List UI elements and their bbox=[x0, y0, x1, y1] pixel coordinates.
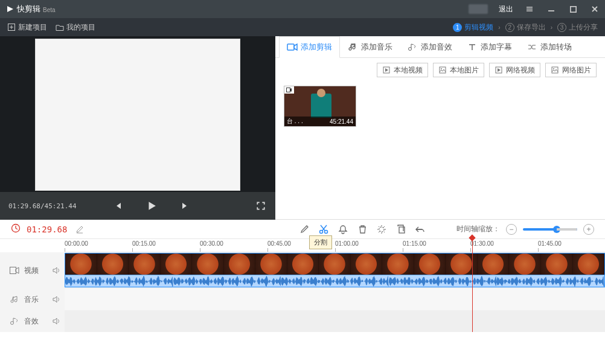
prev-icon[interactable] bbox=[112, 202, 124, 210]
image-icon bbox=[551, 66, 559, 74]
play-square-icon bbox=[495, 66, 503, 74]
video-icon bbox=[287, 42, 298, 53]
play-icon[interactable] bbox=[146, 201, 158, 211]
local-video-label: 本地视频 bbox=[394, 65, 423, 75]
step-1[interactable]: 1 剪辑视频 bbox=[453, 22, 493, 33]
clip-name: 台 . . . bbox=[287, 117, 303, 126]
zoom-in-button[interactable]: + bbox=[583, 224, 594, 235]
chevron-right-icon: › bbox=[551, 24, 552, 31]
sfx-track-label: 音效 bbox=[24, 316, 39, 327]
new-project-label: 新建项目 bbox=[18, 22, 47, 33]
svg-rect-12 bbox=[552, 67, 558, 73]
tab-add-transition[interactable]: 添加转场 bbox=[519, 36, 579, 57]
step-3-label: 上传分享 bbox=[569, 22, 598, 33]
local-image-button[interactable]: 本地图片 bbox=[433, 63, 484, 77]
trash-icon[interactable] bbox=[356, 223, 369, 236]
video-track-icon bbox=[10, 266, 19, 275]
svg-rect-19 bbox=[399, 227, 405, 233]
user-avatar[interactable] bbox=[469, 4, 488, 14]
close-icon[interactable] bbox=[589, 4, 600, 14]
speaker-icon[interactable] bbox=[51, 316, 61, 326]
tab-add-music-label: 添加音乐 bbox=[361, 42, 392, 53]
music-track-icon bbox=[10, 295, 19, 304]
web-image-label: 网络图片 bbox=[562, 65, 591, 75]
tab-add-sfx[interactable]: 添加音效 bbox=[400, 36, 459, 57]
edit-time-icon[interactable] bbox=[73, 223, 86, 236]
tab-add-clip-label: 添加剪辑 bbox=[301, 42, 332, 53]
svg-rect-1 bbox=[570, 6, 575, 11]
svg-point-18 bbox=[379, 227, 384, 232]
svg-rect-4 bbox=[287, 44, 294, 50]
music-icon bbox=[347, 42, 358, 53]
sfx-track-body[interactable] bbox=[65, 310, 605, 332]
zoom-out-button[interactable]: − bbox=[506, 224, 517, 235]
undo-icon[interactable] bbox=[414, 223, 427, 236]
preview-canvas bbox=[35, 39, 240, 191]
ruler-mark: 01:15.00 bbox=[403, 240, 426, 247]
speaker-icon[interactable] bbox=[51, 266, 61, 275]
ruler-mark: 00:30.00 bbox=[200, 240, 223, 247]
tab-add-clip[interactable]: 添加剪辑 bbox=[279, 36, 340, 58]
clip-duration: 45:21.44 bbox=[330, 118, 353, 125]
zoom-slider[interactable] bbox=[523, 228, 577, 231]
web-video-label: 网络视频 bbox=[506, 65, 535, 75]
step-2[interactable]: 2 保存导出 bbox=[505, 22, 546, 33]
tab-add-transition-label: 添加转场 bbox=[540, 42, 572, 53]
clock-icon bbox=[11, 223, 21, 235]
menu-icon[interactable] bbox=[524, 4, 535, 14]
tab-add-music[interactable]: 添加音乐 bbox=[340, 36, 400, 57]
transition-icon bbox=[527, 42, 537, 53]
media-clip-thumbnail[interactable]: 台 . . . 45:21.44 bbox=[284, 86, 356, 127]
effects-icon[interactable] bbox=[375, 223, 388, 236]
step-2-label: 保存导出 bbox=[517, 22, 546, 33]
cut-tooltip: 分割 bbox=[309, 235, 332, 249]
logout-link[interactable]: 退出 bbox=[499, 4, 513, 14]
svg-marker-3 bbox=[149, 202, 155, 210]
minimize-icon[interactable] bbox=[546, 4, 557, 14]
timeline-ruler[interactable]: 00:00.0000:15.0000:30.0000:45.0001:00.00… bbox=[65, 239, 605, 252]
step-3[interactable]: 3 上传分享 bbox=[557, 22, 598, 33]
app-title: 快剪辑 bbox=[17, 4, 40, 14]
app-logo-icon bbox=[6, 5, 14, 13]
next-icon[interactable] bbox=[179, 202, 191, 210]
play-square-icon bbox=[382, 66, 391, 74]
zoom-knob[interactable] bbox=[553, 226, 560, 233]
text-icon bbox=[467, 42, 478, 53]
copy-icon[interactable] bbox=[394, 223, 408, 236]
ruler-mark: 00:00.00 bbox=[65, 240, 88, 247]
step-1-num: 1 bbox=[453, 23, 462, 32]
playhead[interactable] bbox=[472, 239, 473, 332]
tab-add-sfx-label: 添加音效 bbox=[421, 42, 452, 53]
timeline-current-time: 01:29.68 bbox=[27, 225, 67, 234]
speaker-icon[interactable] bbox=[51, 295, 61, 304]
bell-icon[interactable] bbox=[336, 223, 350, 236]
music-track-body[interactable] bbox=[65, 289, 605, 310]
svg-marker-0 bbox=[7, 6, 13, 12]
ruler-mark: 01:45.00 bbox=[538, 240, 562, 247]
cut-icon[interactable] bbox=[317, 223, 330, 236]
step-3-num: 3 bbox=[557, 23, 566, 32]
svg-point-13 bbox=[553, 68, 554, 69]
video-clip-on-track[interactable] bbox=[65, 253, 605, 288]
video-badge-icon bbox=[284, 86, 294, 94]
fullscreen-icon[interactable] bbox=[255, 201, 267, 211]
pencil-icon[interactable] bbox=[298, 223, 311, 236]
web-video-button[interactable]: 网络视频 bbox=[489, 63, 540, 77]
zoom-label: 时间轴缩放： bbox=[456, 224, 500, 234]
music-track-label: 音乐 bbox=[24, 295, 39, 305]
sfx-track-icon bbox=[10, 316, 19, 326]
local-video-button[interactable]: 本地视频 bbox=[377, 63, 428, 77]
svg-marker-11 bbox=[498, 68, 501, 72]
svg-rect-8 bbox=[440, 67, 446, 73]
web-image-button[interactable]: 网络图片 bbox=[545, 63, 597, 77]
video-preview[interactable] bbox=[0, 36, 275, 192]
tab-add-text[interactable]: 添加字幕 bbox=[459, 36, 519, 57]
step-1-label: 剪辑视频 bbox=[464, 22, 493, 33]
image-icon bbox=[438, 66, 447, 74]
my-projects-button[interactable]: 我的项目 bbox=[56, 22, 95, 33]
step-2-num: 2 bbox=[505, 23, 514, 32]
maximize-icon[interactable] bbox=[568, 4, 578, 14]
svg-rect-14 bbox=[287, 88, 290, 92]
beta-tag: Beta bbox=[43, 7, 56, 13]
new-project-button[interactable]: 新建项目 bbox=[7, 22, 47, 33]
